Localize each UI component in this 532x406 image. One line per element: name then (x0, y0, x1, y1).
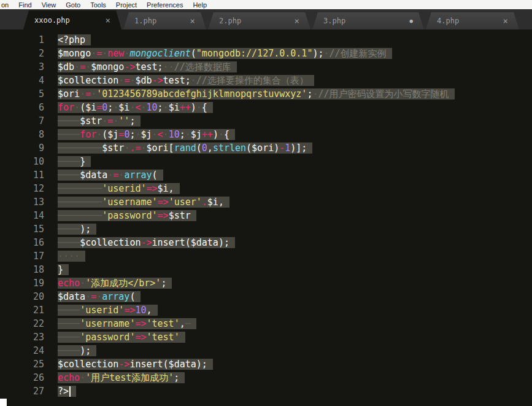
line-number: 16 (0, 236, 44, 249)
selected-text: <?php (58, 34, 91, 45)
code-line[interactable]: ?> (49, 385, 532, 398)
line-number: 3 (0, 60, 44, 74)
selected-text: ────$str·=·''; (58, 115, 141, 127)
line-number: 13 (0, 195, 44, 209)
code-line[interactable]: } (49, 263, 532, 276)
line-number: 21 (0, 303, 44, 317)
code-line[interactable]: for·($i=0;·$i·<·10;·$i++)·{ (49, 101, 532, 114)
menu-item-help[interactable]: Help (188, 1, 212, 9)
code-line[interactable]: $data·=·array( (49, 290, 532, 303)
selected-text: ────────'userid'=>$i, (58, 183, 180, 194)
line-number: 19 (0, 276, 44, 290)
selected-text: ────────'password'=>$str (58, 210, 196, 221)
code-line[interactable]: echo·'用户test添加成功'; (49, 371, 532, 385)
code-line[interactable]: ···· (49, 249, 532, 263)
selected-text: ────────'username'=>'user'.$i, (58, 197, 229, 208)
code-line[interactable]: ────$data·=·array( (49, 168, 532, 182)
menu-bar: onFindViewGotoToolsProjectPreferencesHel… (0, 0, 532, 9)
tab-label: 4.php (437, 17, 459, 25)
selected-text: $mongo·=·new·mongoclient("mongodb://127.… (58, 48, 392, 59)
tab-4.php[interactable]: 4.php× (426, 12, 519, 29)
menu-item-project[interactable]: Project (111, 1, 142, 9)
selected-text: ────────$str·.=·$ori[rand(0,strlen($ori)… (58, 142, 312, 154)
close-icon[interactable]: × (295, 17, 299, 25)
editor-window: onFindViewGotoToolsProjectPreferencesHel… (0, 0, 532, 406)
selected-text: ?> (58, 386, 76, 397)
line-number: 5 (0, 87, 44, 101)
tab-2.php[interactable]: 2.php× (208, 12, 310, 29)
line-number: 9 (0, 141, 44, 155)
code-line[interactable]: echo·'添加成功</br>'; (49, 276, 532, 290)
selected-text: ────'username'=>'test',─ (58, 318, 196, 329)
line-number: 4 (0, 74, 44, 87)
line-number: 12 (0, 182, 44, 195)
text-cursor (69, 386, 71, 397)
modified-dot-icon[interactable]: ● (410, 18, 413, 24)
selected-text: ────$collection->insert($data); (58, 237, 235, 248)
selected-text: ────} (58, 156, 91, 167)
line-number: 20 (0, 290, 44, 303)
close-icon[interactable]: × (190, 17, 195, 25)
code-line[interactable]: ────────'userid'=>$i, (49, 182, 532, 195)
selected-text: $ori·=·'0123456789abcdefghijklmnopqrstuv… (58, 88, 455, 100)
menu-item-on[interactable]: on (0, 1, 13, 9)
menu-item-find[interactable]: Find (13, 1, 36, 9)
code-line[interactable]: ────$str·=·''; (49, 114, 532, 128)
code-area[interactable]: <?php$mongo·=·new·mongoclient("mongodb:/… (49, 29, 532, 406)
selected-text: ────); (58, 345, 96, 356)
code-line[interactable]: $db·=·$mongo->test;··//选择数据库 (49, 60, 532, 74)
selected-text: ────'password'=>'test' (58, 332, 185, 343)
code-line[interactable]: $ori·=·'0123456789abcdefghijklmnopqrstuv… (49, 87, 532, 101)
menu-item-view[interactable]: View (37, 1, 61, 9)
line-number: 17 (0, 249, 44, 263)
code-line[interactable]: ────); (49, 344, 532, 357)
code-line[interactable]: ────for·($j=0;·$j·<·10;·$j++)·{ (49, 128, 532, 141)
selected-text: $db·=·$mongo->test;··//选择数据库 (58, 61, 237, 72)
line-number: 15 (0, 222, 44, 236)
line-number: 7 (0, 114, 44, 128)
code-line[interactable]: ────); (49, 222, 532, 236)
selected-text: $data·=·array( (58, 291, 141, 302)
tab-label: xxoo.php (34, 16, 70, 25)
code-line[interactable]: ────} (49, 155, 532, 168)
code-line[interactable]: ────────$str·.=·$ori[rand(0,strlen($ori)… (49, 141, 532, 155)
tab-bar: xxoo.php×1.php×2.php×3.php●4.php× (0, 9, 532, 29)
selected-text: $collection·=·$db->test;·//选择要操作的集合（表） (58, 75, 314, 86)
line-number: 24 (0, 344, 44, 357)
line-number: 6 (0, 101, 44, 114)
close-icon[interactable]: × (106, 16, 110, 25)
close-icon[interactable]: × (503, 17, 508, 25)
code-line[interactable]: ────'username'=>'test',─ (49, 317, 532, 330)
code-line[interactable]: ────'password'=>'test' (49, 330, 532, 344)
line-number: 14 (0, 209, 44, 222)
line-number: 11 (0, 168, 44, 182)
window-corner (0, 399, 7, 406)
selected-text: for·($i=0;·$i·<·10;·$i++)·{ (58, 102, 213, 113)
code-line[interactable]: $mongo·=·new·mongoclient("mongodb://127.… (49, 47, 532, 60)
menu-item-tools[interactable]: Tools (85, 1, 111, 9)
editor-area[interactable]: 1234567891011121314151617181920212223242… (0, 29, 532, 406)
line-number: 8 (0, 128, 44, 141)
line-number-gutter: 1234567891011121314151617181920212223242… (0, 29, 49, 406)
tab-3.php[interactable]: 3.php● (312, 12, 424, 29)
selected-text: } (58, 264, 69, 275)
selected-text: ────'userid'=>10, (58, 305, 158, 316)
line-number: 22 (0, 317, 44, 330)
code-line[interactable]: ────────'password'=>$str (49, 209, 532, 222)
tab-1.php[interactable]: 1.php× (123, 12, 206, 29)
tab-label: 2.php (219, 17, 241, 25)
selected-text: ────$data·=·array( (58, 170, 163, 181)
line-number: 10 (0, 155, 44, 168)
code-line[interactable]: ────────'username'=>'user'.$i, (49, 195, 532, 209)
tab-label: 1.php (134, 17, 156, 25)
menu-item-goto[interactable]: Goto (61, 1, 85, 9)
tab-xxoo.php[interactable]: xxoo.php× (23, 10, 121, 29)
menu-item-preferences[interactable]: Preferences (142, 1, 188, 9)
selected-text: $collection->insert($data); (58, 359, 213, 370)
code-line[interactable]: ────'userid'=>10, (49, 303, 532, 317)
line-number: 2 (0, 47, 44, 60)
code-line[interactable]: $collection->insert($data); (49, 357, 532, 371)
code-line[interactable]: $collection·=·$db->test;·//选择要操作的集合（表） (49, 74, 532, 87)
code-line[interactable]: <?php (49, 33, 532, 47)
code-line[interactable]: ────$collection->insert($data); (49, 236, 532, 249)
